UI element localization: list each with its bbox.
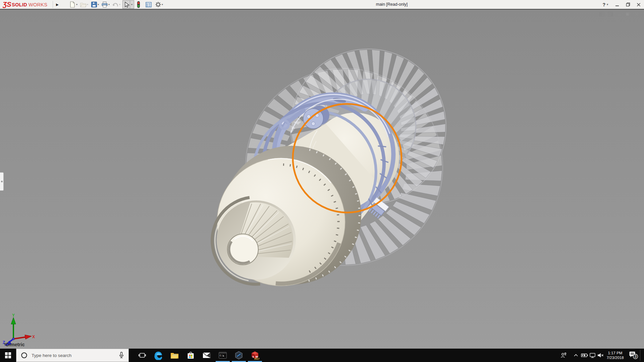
view-orientation-label: *Dimetric [4, 342, 24, 347]
file-explorer-button[interactable] [166, 349, 182, 362]
main-toolbar: ▾ ▾ ▾ ▾ ▾ [69, 0, 165, 9]
child-minimize-icon[interactable] [616, 11, 622, 16]
tab-handle-dot [1, 181, 3, 182]
command-prompt-button[interactable]: C:\ [215, 349, 231, 362]
action-center-button[interactable]: 3 [629, 349, 639, 362]
cmd-prompt-text: C:\ [220, 354, 224, 357]
cortana-circle-icon [21, 352, 28, 359]
save-button[interactable]: ▾ [90, 1, 100, 9]
chevron-down-icon[interactable]: ▾ [161, 3, 164, 6]
print-button[interactable]: ▾ [101, 1, 111, 9]
select-tool-button[interactable]: ▾ [122, 0, 134, 9]
save-floppy-icon [91, 1, 97, 8]
stoplight-icon [135, 1, 142, 8]
battery-icon[interactable] [580, 349, 589, 362]
child-close-icon[interactable] [634, 11, 639, 16]
pane-left-icon[interactable] [599, 11, 604, 16]
chevron-down-icon[interactable]: ▾ [108, 3, 111, 6]
window-title: main [Read-only] [376, 0, 408, 9]
restore-button[interactable] [625, 2, 631, 7]
start-button[interactable] [0, 349, 16, 362]
chevron-down-icon[interactable]: ▾ [97, 3, 100, 6]
search-input[interactable] [31, 353, 116, 358]
display-settings-button[interactable] [145, 1, 152, 9]
help-icon: ? [602, 2, 605, 7]
logo-works-text: WORKS [29, 2, 47, 7]
store-button[interactable] [182, 349, 199, 362]
chevron-down-icon: ▾ [87, 3, 89, 6]
help-button[interactable]: ? ▾ [602, 2, 609, 7]
mail-button[interactable] [199, 349, 215, 362]
clock-date: 7/23/2018 [606, 355, 624, 360]
edge-browser-button[interactable] [150, 349, 166, 362]
child-restore-icon[interactable] [625, 11, 631, 16]
solidworks-2017-button[interactable]: SW2017 [247, 349, 263, 362]
print-icon [101, 1, 108, 8]
clock-time: 1:17 PM [608, 351, 623, 355]
taskbar-search[interactable] [16, 349, 129, 362]
windows-logo-icon [5, 352, 11, 358]
network-icon[interactable] [588, 349, 597, 362]
undo-button: ▾ [112, 1, 122, 9]
open-button: ▾ [79, 1, 90, 9]
logo-solid-text: SOLID [12, 2, 27, 7]
graphics-viewport[interactable]: Y X Z *Dimetric [0, 9, 644, 349]
window-controls: ? ▾ [602, 0, 641, 9]
chevron-down-icon[interactable]: ▾ [76, 3, 78, 6]
chevron-down-icon[interactable]: ▾ [606, 3, 609, 6]
new-document-icon [69, 1, 76, 8]
chevron-down-icon: ▾ [119, 3, 121, 6]
axis-y-label: Y [12, 313, 15, 318]
task-view-button[interactable] [134, 349, 150, 362]
minimize-button[interactable] [614, 2, 620, 7]
options-button[interactable]: ▾ [154, 1, 164, 9]
close-button[interactable] [636, 2, 641, 7]
open-folder-icon [80, 1, 87, 8]
undo-arrow-icon [112, 1, 119, 8]
hidden-icons-chevron[interactable] [572, 349, 580, 362]
show-desktop-divider[interactable] [640, 350, 640, 361]
orientation-triad: Y X Z [2, 313, 36, 346]
axis-x-label: X [32, 335, 35, 339]
select-cursor-icon [123, 1, 130, 8]
document-window-controls [599, 11, 639, 16]
gear-icon [155, 1, 161, 8]
list-properties-icon [145, 1, 152, 8]
chevron-down-icon[interactable]: ▾ [130, 1, 133, 8]
composer-app-button[interactable] [231, 349, 247, 362]
title-bar: ƷS SOLID WORKS ▶ ▾ ▾ ▾ ▾ [0, 0, 644, 9]
jet-engine-model [0, 9, 644, 349]
sw-year: 2017 [254, 358, 260, 360]
solidworks-logo: ƷS SOLID WORKS [3, 1, 53, 8]
new-document-button[interactable]: ▾ [69, 1, 79, 9]
people-button[interactable] [559, 349, 568, 362]
pane-right-icon[interactable] [607, 11, 613, 16]
taskbar-clock[interactable]: 1:17 PM 7/23/2018 [602, 349, 628, 362]
logo-separator [53, 1, 53, 8]
annotation-circle [293, 104, 401, 213]
notification-badge-count: 3 [635, 355, 637, 358]
menu-flyout-arrow-icon[interactable]: ▶ [55, 0, 60, 9]
feature-manager-collapsed-tab[interactable] [0, 172, 4, 191]
logo-symbol: ƷS [3, 1, 11, 8]
windows-taskbar: C:\ SW2017 1:17 PM 7/23/2018 3 [0, 349, 644, 362]
interference-stoplight-button[interactable] [135, 1, 142, 9]
microphone-icon[interactable] [118, 352, 124, 359]
